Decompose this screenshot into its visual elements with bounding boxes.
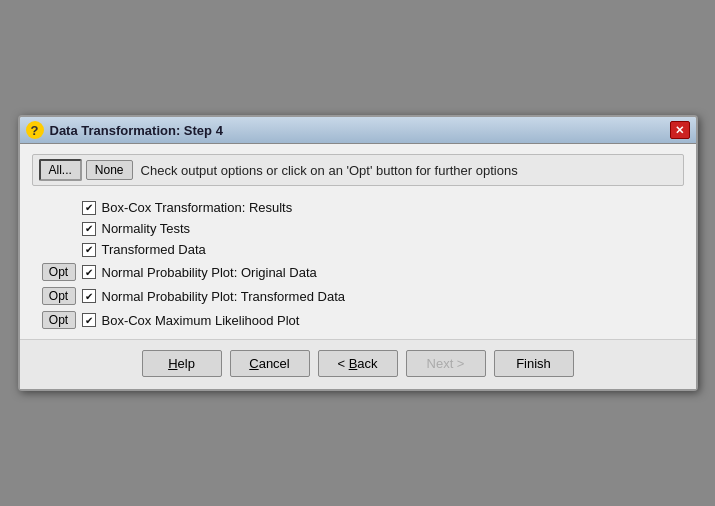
options-list: Box-Cox Transformation: Results Normalit… (32, 200, 684, 329)
window-title: Data Transformation: Step 4 (50, 123, 664, 138)
checkbox-normal-prob-transformed[interactable] (82, 289, 96, 303)
next-button[interactable]: Next > (406, 350, 486, 377)
finish-button[interactable]: Finish (494, 350, 574, 377)
option-row: Opt Box-Cox Maximum Likelihood Plot (42, 311, 684, 329)
close-button[interactable]: ✕ (670, 121, 690, 139)
checkbox-transformed-data[interactable] (82, 243, 96, 257)
opt-button-normal-prob-transformed[interactable]: Opt (42, 287, 76, 305)
back-button[interactable]: < Back (318, 350, 398, 377)
option-row: Opt Normal Probability Plot: Original Da… (42, 263, 684, 281)
opt-button-normal-prob-original[interactable]: Opt (42, 263, 76, 281)
option-label-normal-prob-original: Normal Probability Plot: Original Data (102, 265, 317, 280)
toolbar-row: All... None Check output options or clic… (32, 154, 684, 186)
window-icon: ? (26, 121, 44, 139)
option-label-box-cox-results: Box-Cox Transformation: Results (102, 200, 293, 215)
checkbox-box-cox-likelihood[interactable] (82, 313, 96, 327)
cancel-button[interactable]: Cancel (230, 350, 310, 377)
button-bar: Help Cancel < Back Next > Finish (20, 339, 696, 389)
checkbox-normality-tests[interactable] (82, 222, 96, 236)
none-button[interactable]: None (86, 160, 133, 180)
opt-button-box-cox-likelihood[interactable]: Opt (42, 311, 76, 329)
option-label-normal-prob-transformed: Normal Probability Plot: Transformed Dat… (102, 289, 345, 304)
option-label-transformed-data: Transformed Data (102, 242, 206, 257)
help-button[interactable]: Help (142, 350, 222, 377)
checkbox-normal-prob-original[interactable] (82, 265, 96, 279)
main-window: ? Data Transformation: Step 4 ✕ All... N… (18, 115, 698, 391)
option-row: Opt Normal Probability Plot: Transformed… (42, 287, 684, 305)
option-label-box-cox-likelihood: Box-Cox Maximum Likelihood Plot (102, 313, 300, 328)
all-button[interactable]: All... (39, 159, 82, 181)
title-bar: ? Data Transformation: Step 4 ✕ (20, 117, 696, 144)
option-row: Normality Tests (42, 221, 684, 236)
toolbar-instruction: Check output options or click on an 'Opt… (141, 163, 518, 178)
option-label-normality-tests: Normality Tests (102, 221, 191, 236)
option-row: Box-Cox Transformation: Results (42, 200, 684, 215)
checkbox-box-cox-results[interactable] (82, 201, 96, 215)
option-row: Transformed Data (42, 242, 684, 257)
content-area: All... None Check output options or clic… (20, 144, 696, 339)
